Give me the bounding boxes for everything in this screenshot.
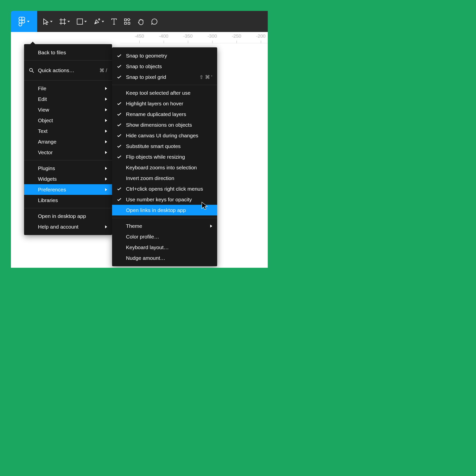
rectangle-icon xyxy=(77,19,83,25)
check-icon xyxy=(117,198,126,201)
check-icon xyxy=(117,65,126,68)
menu-item[interactable]: Edit xyxy=(24,94,112,104)
menu-back-to-files[interactable]: Back to files xyxy=(24,47,112,58)
figma-menu-button[interactable] xyxy=(11,11,37,32)
pref-item[interactable]: Snap to pixel grid⇧ ⌘ ' xyxy=(112,72,217,82)
menu-label: Use number keys for opacity xyxy=(126,197,212,203)
menu-label: Snap to geometry xyxy=(126,53,212,59)
pen-tool[interactable] xyxy=(90,11,108,32)
pref-item[interactable]: Snap to geometry xyxy=(112,50,217,61)
ruler-tick xyxy=(139,41,140,43)
chevron-down-icon xyxy=(67,21,70,22)
ruler-tick xyxy=(188,41,188,43)
figma-logo-icon xyxy=(19,17,25,26)
menu-label: Open links in desktop app xyxy=(126,207,212,213)
svg-rect-8 xyxy=(124,19,126,21)
menu-label: Substitute smart quotes xyxy=(126,143,212,149)
pref-item[interactable]: Theme xyxy=(112,221,217,231)
chevron-down-icon xyxy=(102,21,104,22)
check-icon xyxy=(117,102,126,105)
pref-item[interactable]: Keep tool selected after use xyxy=(112,88,217,98)
ruler-label: -400 xyxy=(159,33,168,39)
svg-point-0 xyxy=(22,20,25,23)
ruler-label: -450 xyxy=(135,33,144,39)
submenu-icon xyxy=(105,119,107,122)
search-icon xyxy=(29,68,38,73)
menu-label: Ctrl+click opens right click menus xyxy=(126,186,212,192)
pref-item[interactable]: Keyboard layout… xyxy=(112,242,217,253)
menu-preferences[interactable]: Preferences xyxy=(24,184,112,195)
shape-tool[interactable] xyxy=(73,11,90,32)
check-icon xyxy=(117,134,126,137)
pref-item[interactable]: Show dimensions on objects xyxy=(112,119,217,130)
menu-help-account[interactable]: Help and account xyxy=(24,221,112,232)
cursor-icon xyxy=(201,202,208,210)
menu-label: Color profile… xyxy=(126,234,212,240)
pref-item[interactable]: Rename duplicated layers xyxy=(112,109,217,119)
chevron-down-icon xyxy=(27,21,30,22)
submenu-icon xyxy=(105,225,107,228)
svg-rect-6 xyxy=(77,19,83,24)
check-icon xyxy=(117,155,126,159)
ruler-tick xyxy=(212,41,212,43)
menu-item[interactable]: File xyxy=(24,83,112,94)
comment-tool[interactable] xyxy=(148,11,161,32)
svg-line-13 xyxy=(32,71,34,73)
pref-item[interactable]: Substitute smart quotes xyxy=(112,141,217,151)
pref-item[interactable]: Keyboard zooms into selection xyxy=(112,162,217,173)
menu-label: Nudge amount… xyxy=(126,255,212,261)
horizontal-ruler: -450-400-350-300-250-200-150 xyxy=(120,32,268,43)
menu-item[interactable]: Vector xyxy=(24,147,112,158)
menu-label: Show dimensions on objects xyxy=(126,122,212,128)
pref-item[interactable]: Snap to objects xyxy=(112,61,217,72)
pref-item[interactable]: Nudge amount… xyxy=(112,253,217,263)
submenu-icon xyxy=(210,225,212,228)
submenu-icon xyxy=(105,178,107,180)
menu-label: Help and account xyxy=(38,224,105,230)
menu-label: Libraries xyxy=(38,197,107,203)
menu-shortcut: ⇧ ⌘ ' xyxy=(199,74,212,80)
svg-rect-9 xyxy=(124,22,126,24)
menu-item[interactable]: Text xyxy=(24,126,112,136)
menu-quick-actions[interactable]: Quick actions… ⌘ / xyxy=(24,63,112,78)
pref-item[interactable]: Invert zoom direction xyxy=(112,173,217,183)
pref-item[interactable]: Highlight layers on hover xyxy=(112,98,217,109)
menu-item[interactable]: Object xyxy=(24,115,112,126)
pref-item[interactable]: Hide canvas UI during changes xyxy=(112,130,217,141)
menu-plugins[interactable]: Plugins xyxy=(24,163,112,174)
resources-tool[interactable] xyxy=(120,11,134,32)
pen-icon xyxy=(94,18,100,25)
main-menu: Back to files Quick actions… ⌘ / FileEdi… xyxy=(24,44,112,235)
menu-label: Vector xyxy=(38,149,105,155)
hand-tool[interactable] xyxy=(134,11,148,32)
menu-label: Back to files xyxy=(38,50,107,56)
pref-item[interactable]: Color profile… xyxy=(112,231,217,242)
menu-item[interactable]: View xyxy=(24,104,112,115)
move-tool[interactable] xyxy=(40,11,56,32)
pref-item[interactable]: Ctrl+click opens right click menus xyxy=(112,183,217,194)
menu-item[interactable]: Arrange xyxy=(24,136,112,147)
menu-label: Theme xyxy=(126,223,210,229)
menu-shortcut: ⌘ / xyxy=(99,67,107,73)
ruler-tick xyxy=(237,41,237,43)
menu-label: File xyxy=(38,86,105,91)
ruler-label: -250 xyxy=(232,33,241,39)
text-tool[interactable] xyxy=(108,11,120,32)
hand-icon xyxy=(137,18,144,25)
svg-rect-11 xyxy=(127,18,130,21)
frame-tool[interactable] xyxy=(56,11,73,32)
ruler-tick xyxy=(261,41,261,43)
comment-icon xyxy=(151,18,158,25)
check-icon xyxy=(117,75,126,79)
ruler-label: -350 xyxy=(183,33,193,39)
menu-open-in-desktop[interactable]: Open in desktop app xyxy=(24,211,112,221)
menu-label: Hide canvas UI during changes xyxy=(126,133,212,139)
menu-widgets[interactable]: Widgets xyxy=(24,174,112,184)
pref-item[interactable]: Flip objects while resizing xyxy=(112,151,217,162)
menu-label: Keyboard zooms into selection xyxy=(126,165,212,171)
menu-libraries[interactable]: Libraries xyxy=(24,195,112,206)
menu-separator xyxy=(24,208,112,208)
frame-icon xyxy=(60,18,66,25)
toolbar xyxy=(11,11,268,32)
menu-label: Highlight layers on hover xyxy=(126,101,212,107)
